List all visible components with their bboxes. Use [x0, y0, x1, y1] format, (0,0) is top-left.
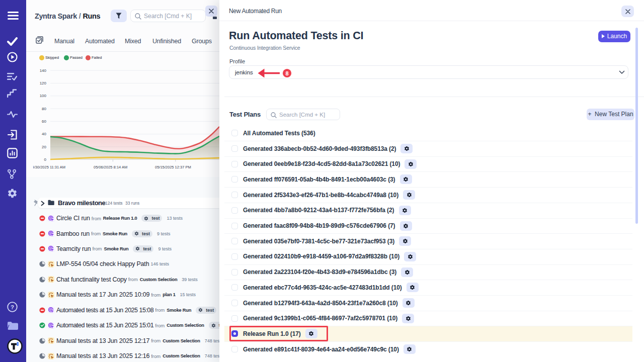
svg-text:?: ? — [11, 304, 14, 310]
svg-text:8: 8 — [285, 70, 288, 76]
